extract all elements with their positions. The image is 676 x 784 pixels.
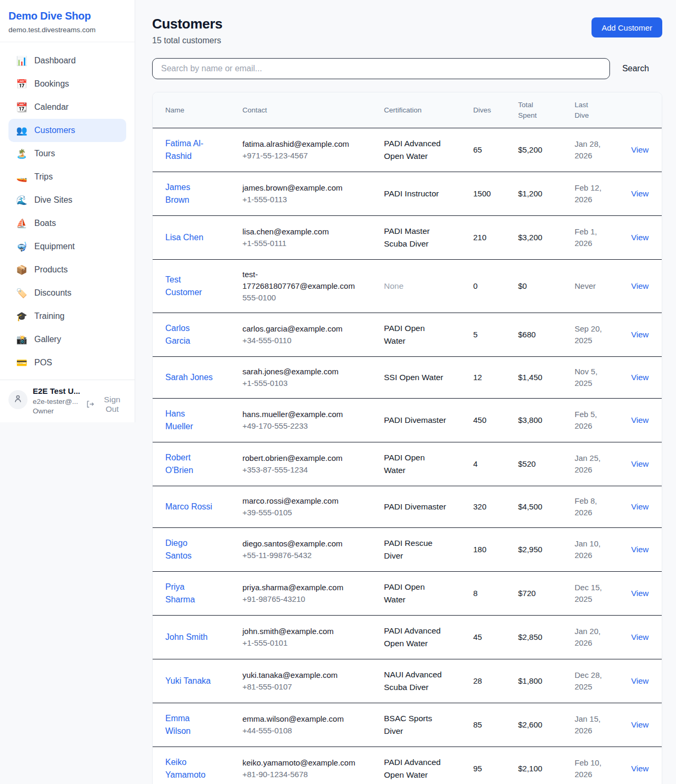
total-spent-cell: $1,800 bbox=[505, 659, 562, 703]
sidebar-item-customers[interactable]: 👥Customers bbox=[8, 119, 126, 142]
sidebar-item-calendar[interactable]: 📆Calendar bbox=[8, 96, 126, 119]
contact-cell: fatima.alrashid@example.com+971-55-123-4… bbox=[230, 128, 371, 172]
customer-name-link[interactable]: Robert O'Brien bbox=[165, 451, 213, 477]
credit-card-icon: 💳 bbox=[16, 358, 27, 367]
customer-dives: 0 bbox=[473, 281, 477, 290]
table-row: Robert O'Brienrobert.obrien@example.com+… bbox=[153, 442, 662, 486]
sidebar-item-tours[interactable]: 🏝️Tours bbox=[8, 142, 126, 165]
certification-cell: PADI Master Scuba Diver bbox=[371, 216, 461, 260]
sidebar-item-equipment[interactable]: 🤿Equipment bbox=[8, 235, 126, 258]
table-row: Diego Santosdiego.santos@example.com+55-… bbox=[153, 528, 662, 572]
sidebar-item-dashboard[interactable]: 📊Dashboard bbox=[8, 49, 126, 72]
customer-name-link[interactable]: Yuki Tanaka bbox=[165, 675, 211, 687]
view-link[interactable]: View bbox=[631, 373, 649, 382]
column-header-actions bbox=[618, 92, 662, 128]
last-dive-cell: Jan 10, 2026 bbox=[562, 528, 618, 572]
customer-total-spent: $5,200 bbox=[518, 145, 542, 154]
total-spent-cell: $680 bbox=[505, 313, 562, 357]
customer-email: fatima.alrashid@example.com bbox=[242, 138, 359, 150]
column-header-name: Name bbox=[153, 92, 230, 128]
customer-total-spent: $680 bbox=[518, 330, 536, 339]
view-link[interactable]: View bbox=[631, 330, 649, 339]
customer-name-link[interactable]: Carlos Garcia bbox=[165, 322, 213, 347]
customer-total-spent: $1,450 bbox=[518, 373, 542, 382]
customer-email: hans.mueller@example.com bbox=[242, 409, 359, 420]
last-dive-cell: Dec 15, 2025 bbox=[562, 572, 618, 616]
table-row: Sarah Jonessarah.jones@example.com+1-555… bbox=[153, 357, 662, 399]
view-link[interactable]: View bbox=[631, 720, 649, 729]
sidebar-item-label: Boats bbox=[34, 219, 56, 228]
view-link[interactable]: View bbox=[631, 502, 649, 511]
contact-cell: yuki.tanaka@example.com+81-555-0107 bbox=[230, 659, 371, 703]
sidebar-item-bookings[interactable]: 📅Bookings bbox=[8, 72, 126, 96]
customer-name-link[interactable]: Test Customer bbox=[165, 273, 213, 299]
customer-name-link[interactable]: Priya Sharma bbox=[165, 581, 213, 606]
customer-name-link[interactable]: Fatima Al-Rashid bbox=[165, 137, 213, 163]
customer-certification: SSI Open Water bbox=[384, 373, 443, 382]
view-link[interactable]: View bbox=[631, 545, 649, 554]
sidebar-item-label: Products bbox=[34, 265, 68, 275]
customer-total-spent: $2,950 bbox=[518, 545, 542, 554]
customer-email: yuki.tanaka@example.com bbox=[242, 669, 359, 681]
total-spent-cell: $5,200 bbox=[505, 128, 562, 172]
customer-last-dive: Feb 1, 2026 bbox=[575, 227, 597, 248]
view-link[interactable]: View bbox=[631, 233, 649, 242]
customer-name-link[interactable]: Marco Rossi bbox=[165, 500, 212, 513]
customer-name-link[interactable]: James Brown bbox=[165, 181, 213, 206]
customer-certification: PADI Instructor bbox=[384, 189, 439, 198]
name-cell: Carlos Garcia bbox=[153, 313, 230, 357]
view-link[interactable]: View bbox=[631, 632, 649, 641]
sidebar-item-label: Gallery bbox=[34, 335, 61, 344]
customer-certification: PADI Divemaster bbox=[384, 415, 446, 424]
sign-out-button[interactable]: Sign Out bbox=[86, 386, 127, 414]
view-link[interactable]: View bbox=[631, 764, 649, 773]
add-customer-button[interactable]: Add Customer bbox=[592, 17, 662, 37]
total-spent-cell: $4,500 bbox=[505, 486, 562, 528]
customer-name-link[interactable]: John Smith bbox=[165, 631, 208, 644]
customer-total-spent: $720 bbox=[518, 589, 536, 598]
customer-last-dive: Jan 25, 2026 bbox=[575, 454, 600, 474]
view-link[interactable]: View bbox=[631, 459, 649, 468]
total-spent-cell: $2,100 bbox=[505, 747, 562, 784]
actions-cell: View bbox=[618, 128, 662, 172]
view-link[interactable]: View bbox=[631, 589, 649, 598]
dives-cell: 28 bbox=[461, 659, 505, 703]
customer-last-dive: Feb 5, 2026 bbox=[575, 410, 597, 430]
search-button[interactable]: Search bbox=[610, 63, 661, 74]
view-link[interactable]: View bbox=[631, 676, 649, 685]
sidebar-item-pos[interactable]: 💳POS bbox=[8, 351, 126, 374]
actions-cell: View bbox=[618, 528, 662, 572]
customer-name-link[interactable]: Lisa Chen bbox=[165, 231, 203, 244]
customer-name-link[interactable]: Sarah Jones bbox=[165, 371, 213, 384]
sidebar-item-gallery[interactable]: 📸Gallery bbox=[8, 328, 126, 351]
customer-dives: 12 bbox=[473, 373, 482, 382]
customer-phone: +39-555-0105 bbox=[242, 507, 359, 518]
sidebar-item-discounts[interactable]: 🏷️Discounts bbox=[8, 281, 126, 305]
sidebar-item-trips[interactable]: 🚤Trips bbox=[8, 165, 126, 188]
customer-phone: +1-555-0113 bbox=[242, 194, 359, 205]
contact-cell: james.brown@example.com+1-555-0113 bbox=[230, 172, 371, 216]
contact-cell: diego.santos@example.com+55-11-99876-543… bbox=[230, 528, 371, 572]
customer-name-link[interactable]: Diego Santos bbox=[165, 537, 213, 562]
last-dive-cell: Never bbox=[562, 260, 618, 313]
contact-cell: hans.mueller@example.com+49-170-555-2233 bbox=[230, 399, 371, 442]
customer-name-link[interactable]: Emma Wilson bbox=[165, 712, 213, 738]
bar-chart-icon: 📊 bbox=[16, 56, 27, 65]
sidebar-item-training[interactable]: 🎓Training bbox=[8, 305, 126, 328]
customer-total-spent: $1,200 bbox=[518, 189, 542, 198]
last-dive-cell: Feb 5, 2026 bbox=[562, 399, 618, 442]
customer-total-spent: $2,600 bbox=[518, 720, 542, 729]
view-link[interactable]: View bbox=[631, 415, 649, 424]
camera-icon: 📸 bbox=[16, 335, 27, 344]
customer-name-link[interactable]: Keiko Yamamoto bbox=[165, 756, 213, 781]
view-link[interactable]: View bbox=[631, 145, 649, 154]
view-link[interactable]: View bbox=[631, 281, 649, 290]
sidebar-item-dive-sites[interactable]: 🌊Dive Sites bbox=[8, 188, 126, 212]
search-input[interactable] bbox=[152, 58, 610, 79]
sidebar-item-products[interactable]: 📦Products bbox=[8, 258, 126, 281]
customer-name-link[interactable]: Hans Mueller bbox=[165, 408, 213, 433]
sidebar-item-boats[interactable]: ⛵Boats bbox=[8, 212, 126, 235]
view-link[interactable]: View bbox=[631, 189, 649, 198]
total-spent-cell: $520 bbox=[505, 442, 562, 486]
total-spent-cell: $2,600 bbox=[505, 703, 562, 747]
